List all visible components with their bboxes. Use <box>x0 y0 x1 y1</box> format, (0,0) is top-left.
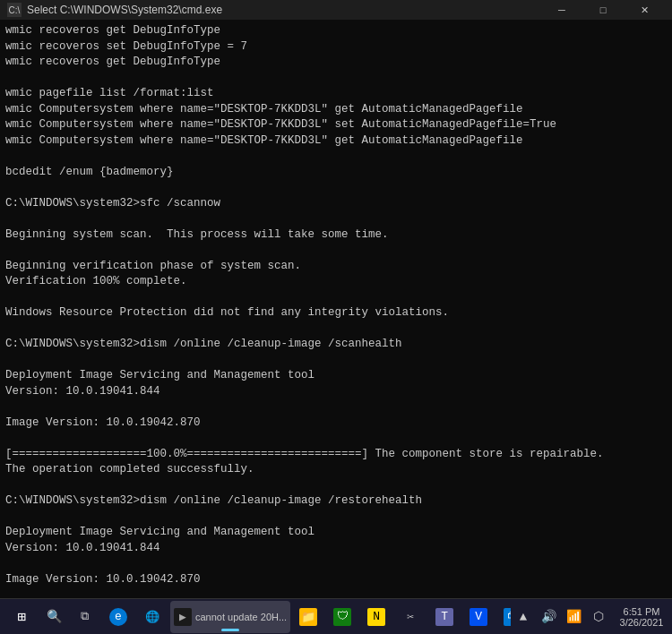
explorer-icon: 📁 <box>299 608 317 626</box>
search-button[interactable]: 🔍 <box>41 601 66 633</box>
snip-icon: ✂ <box>401 608 419 626</box>
system-tray: ▲🔊📶⬡ <box>513 601 613 633</box>
search-icon: 🔍 <box>47 609 62 624</box>
edge-icon: e <box>109 608 127 626</box>
maximize-button[interactable]: □ <box>582 0 624 20</box>
taskbar-item-cmd[interactable]: ▶cannot update 20H... <box>170 601 290 633</box>
taskbar-item-explorer[interactable]: 📁 <box>292 601 324 633</box>
taskbar-item-snip[interactable]: ✂ <box>394 601 426 633</box>
title-text: Select C:\WINDOWS\System32\cmd.exe <box>27 4 541 16</box>
task-view-icon: ⧉ <box>75 608 93 626</box>
teams-icon: T <box>435 608 453 626</box>
title-bar: C:\ Select C:\WINDOWS\System32\cmd.exe ─… <box>0 0 672 20</box>
taskbar-item-task-view[interactable]: ⧉ <box>68 601 100 633</box>
start-icon: ⊞ <box>17 608 26 626</box>
tray-icon-1[interactable]: 🔊 <box>538 601 559 633</box>
security-icon: 🛡 <box>333 608 351 626</box>
taskbar-item-edge[interactable]: e <box>102 601 134 633</box>
cmd-label: cannot update 20H... <box>195 612 287 622</box>
cmd-icon: ▶ <box>174 608 192 626</box>
cmd-icon: C:\ <box>7 3 22 17</box>
tray-icon-0[interactable]: ▲ <box>513 601 534 633</box>
store-icon: 🛍 <box>504 608 511 626</box>
close-button[interactable]: ✕ <box>624 0 665 20</box>
start-button[interactable]: ⊞ <box>4 601 39 633</box>
tray-icon-3[interactable]: ⬡ <box>588 601 609 633</box>
taskbar-item-norton[interactable]: N <box>360 601 392 633</box>
taskbar-item-chrome[interactable]: 🌐 <box>136 601 168 633</box>
taskbar-item-vpn[interactable]: V <box>462 601 495 633</box>
taskbar-item-security[interactable]: 🛡 <box>326 601 358 633</box>
taskbar-items: ⧉e🌐▶cannot update 20H...📁🛡N✂TV🛍🎮📷O⚙A✉◈◆◇… <box>68 601 511 633</box>
minimize-button[interactable]: ─ <box>541 0 582 20</box>
taskbar-item-teams[interactable]: T <box>428 601 461 633</box>
norton-icon: N <box>367 608 385 626</box>
vpn-icon: V <box>470 608 487 626</box>
clock-time: 6:51 PM <box>624 606 660 617</box>
taskbar: ⊞ 🔍 ⧉e🌐▶cannot update 20H...📁🛡N✂TV🛍🎮📷O⚙A… <box>0 598 672 634</box>
clock-date: 3/26/2021 <box>620 617 664 628</box>
clock[interactable]: 6:51 PM 3/26/2021 <box>615 601 668 633</box>
window-controls: ─ □ ✕ <box>541 0 665 20</box>
taskbar-item-store[interactable]: 🛍 <box>496 601 511 633</box>
tray-icon-2[interactable]: 📶 <box>563 601 584 633</box>
terminal-output: wmic recoveros get DebugInfoType wmic re… <box>0 20 672 598</box>
chrome-icon: 🌐 <box>143 608 161 626</box>
